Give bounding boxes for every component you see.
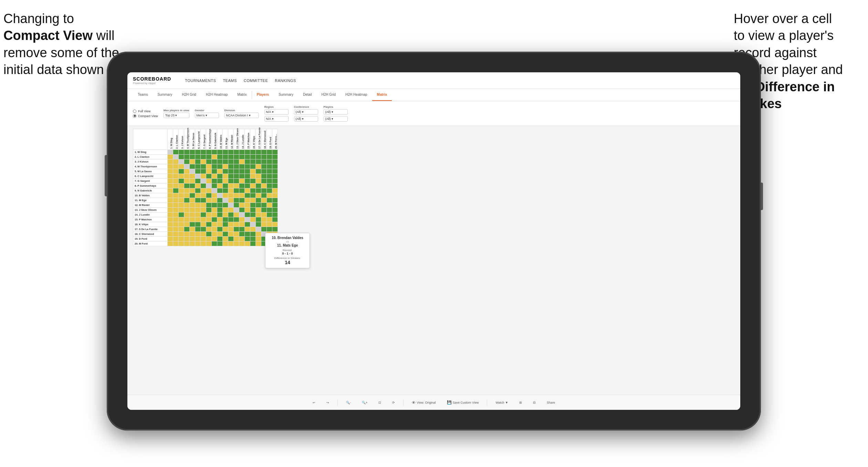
heatmap-cell[interactable] [190,159,195,164]
heatmap-cell[interactable] [272,155,278,159]
heatmap-cell[interactable] [234,198,239,203]
toolbar-reset[interactable]: ⟳ [389,399,398,406]
heatmap-cell[interactable] [206,232,212,237]
heatmap-cell[interactable] [217,164,223,169]
heatmap-cell[interactable] [212,179,217,184]
heatmap-cell[interactable] [261,193,267,198]
players-select2[interactable]: (All) ▾ [324,116,348,122]
heatmap-cell[interactable] [168,208,173,212]
heatmap-cell[interactable] [250,222,256,227]
heatmap-cell[interactable] [272,227,278,232]
heatmap-cell[interactable] [201,203,206,208]
heatmap-cell[interactable] [179,169,184,174]
heatmap-cell[interactable] [223,164,228,169]
heatmap-cell[interactable] [173,198,179,203]
heatmap-cell[interactable] [168,193,173,198]
heatmap-cell[interactable] [267,208,272,212]
heatmap-cell[interactable] [272,203,278,208]
heatmap-cell[interactable] [239,217,245,222]
heatmap-cell[interactable] [190,241,195,246]
heatmap-cell[interactable] [239,203,245,208]
heatmap-cell[interactable] [179,188,184,193]
heatmap-cell[interactable] [223,212,228,217]
heatmap-cell[interactable] [217,174,223,179]
heatmap-cell[interactable] [184,212,190,217]
heatmap-cell[interactable] [239,188,245,193]
heatmap-cell[interactable] [168,169,173,174]
heatmap-cell[interactable] [239,198,245,203]
heatmap-cell[interactable] [217,169,223,174]
heatmap-cell[interactable] [245,150,250,155]
heatmap-cell[interactable] [201,198,206,203]
heatmap-cell[interactable] [173,241,179,246]
heatmap-cell[interactable] [245,184,250,188]
heatmap-cell[interactable] [250,188,256,193]
heatmap-cell[interactable] [256,227,261,232]
heatmap-container[interactable]: 1. W Ding 2. L Clanton 3. J Koivun 4. M … [127,126,740,395]
nav-committee[interactable]: COMMITTEE [244,79,268,83]
heatmap-cell[interactable] [256,188,261,193]
heatmap-cell[interactable] [223,232,228,237]
heatmap-cell[interactable] [256,164,261,169]
subnav-matrix2[interactable]: Matrix [372,89,392,101]
heatmap-cell[interactable] [195,237,201,241]
full-view-option[interactable]: Full View [133,110,158,113]
heatmap-cell[interactable] [190,222,195,227]
heatmap-cell[interactable] [195,179,201,184]
nav-tournaments[interactable]: TOURNAMENTS [185,79,216,83]
heatmap-cell[interactable] [245,188,250,193]
heatmap-cell[interactable] [261,212,267,217]
heatmap-cell[interactable] [261,159,267,164]
heatmap-cell[interactable] [267,217,272,222]
heatmap-cell[interactable] [256,217,261,222]
heatmap-cell[interactable] [184,159,190,164]
heatmap-cell[interactable] [206,208,212,212]
heatmap-cell[interactable] [190,212,195,217]
heatmap-cell[interactable] [228,212,234,217]
heatmap-cell[interactable] [250,212,256,217]
heatmap-cell[interactable] [168,203,173,208]
heatmap-cell[interactable] [184,193,190,198]
heatmap-cell[interactable] [256,179,261,184]
heatmap-cell[interactable] [223,188,228,193]
heatmap-cell[interactable] [195,217,201,222]
heatmap-cell[interactable] [179,150,184,155]
heatmap-cell[interactable] [190,188,195,193]
heatmap-cell[interactable] [173,237,179,241]
heatmap-cell[interactable] [168,174,173,179]
heatmap-cell[interactable] [223,150,228,155]
heatmap-cell[interactable] [250,164,256,169]
heatmap-cell[interactable] [201,188,206,193]
heatmap-cell[interactable] [201,237,206,241]
heatmap-cell[interactable] [239,227,245,232]
heatmap-cell[interactable] [256,198,261,203]
heatmap-cell[interactable] [217,193,223,198]
heatmap-cell[interactable] [173,150,179,155]
heatmap-cell[interactable] [201,169,206,174]
heatmap-cell[interactable] [245,222,250,227]
heatmap-cell[interactable] [239,241,245,246]
heatmap-cell[interactable] [217,217,223,222]
heatmap-cell[interactable] [184,164,190,169]
heatmap-cell[interactable] [234,174,239,179]
heatmap-cell[interactable] [206,169,212,174]
heatmap-cell[interactable] [190,150,195,155]
heatmap-cell[interactable] [256,212,261,217]
heatmap-cell[interactable] [201,232,206,237]
heatmap-cell[interactable] [223,208,228,212]
heatmap-cell[interactable] [179,241,184,246]
heatmap-cell[interactable] [190,164,195,169]
heatmap-cell[interactable] [190,208,195,212]
heatmap-cell[interactable] [245,232,250,237]
heatmap-cell[interactable] [184,208,190,212]
heatmap-cell[interactable] [212,155,217,159]
heatmap-cell[interactable] [201,212,206,217]
heatmap-cell[interactable] [179,179,184,184]
heatmap-cell[interactable] [190,227,195,232]
heatmap-cell[interactable] [206,203,212,208]
heatmap-cell[interactable] [201,217,206,222]
heatmap-cell[interactable] [256,232,261,237]
heatmap-cell[interactable] [184,232,190,237]
heatmap-cell[interactable] [212,212,217,217]
heatmap-cell[interactable] [206,155,212,159]
